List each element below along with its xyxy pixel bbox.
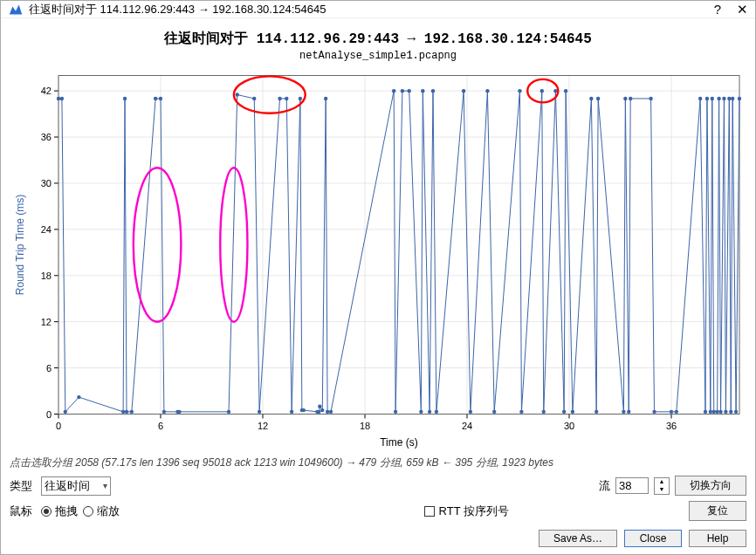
svg-point-113 xyxy=(704,410,707,414)
svg-point-56 xyxy=(125,410,128,414)
svg-point-101 xyxy=(589,97,593,100)
svg-text:18: 18 xyxy=(41,271,52,281)
bottom-panel: 点击选取分组 2058 (57.17s len 1396 seq 95018 a… xyxy=(1,452,755,554)
chart-area: 往返时间对于 114.112.96.29:443 → 192.168.30.12… xyxy=(1,18,755,452)
svg-point-92 xyxy=(492,410,496,414)
svg-text:6: 6 xyxy=(158,421,163,431)
type-select[interactable]: 往返时间 ▾ xyxy=(41,476,111,496)
svg-point-104 xyxy=(622,410,625,414)
svg-point-77 xyxy=(324,97,327,100)
svg-point-67 xyxy=(278,97,281,100)
svg-point-59 xyxy=(159,97,162,100)
svg-text:36: 36 xyxy=(41,132,52,142)
stream-input[interactable]: 38 xyxy=(615,477,649,494)
mouse-label: 鼠标 xyxy=(10,504,36,519)
help-button[interactable]: ? xyxy=(714,2,721,17)
save-as-button[interactable]: Save As… xyxy=(539,530,617,547)
close-button[interactable]: ✕ xyxy=(737,2,748,17)
svg-point-90 xyxy=(469,410,472,414)
spin-down-icon[interactable]: ▼ xyxy=(655,486,669,494)
window-root: 往返时间对于 114.112.96.29:443 → 192.168.30.12… xyxy=(0,0,756,555)
svg-point-119 xyxy=(717,97,720,100)
svg-point-78 xyxy=(326,410,329,414)
svg-point-75 xyxy=(318,404,321,408)
svg-text:42: 42 xyxy=(41,86,52,96)
svg-point-85 xyxy=(421,89,424,92)
svg-point-82 xyxy=(401,89,404,92)
svg-point-58 xyxy=(154,97,157,100)
svg-point-76 xyxy=(320,408,324,412)
chevron-down-icon: ▾ xyxy=(103,481,107,490)
svg-point-87 xyxy=(431,89,435,92)
svg-point-130 xyxy=(134,168,182,321)
svg-text:30: 30 xyxy=(564,421,574,431)
svg-point-83 xyxy=(408,89,411,92)
svg-point-108 xyxy=(649,97,652,100)
svg-point-98 xyxy=(562,410,566,414)
svg-point-107 xyxy=(629,97,632,100)
svg-point-52 xyxy=(64,410,67,414)
svg-text:30: 30 xyxy=(41,178,52,188)
svg-point-120 xyxy=(718,410,722,414)
svg-point-68 xyxy=(285,97,288,100)
svg-point-89 xyxy=(462,89,465,92)
svg-point-110 xyxy=(670,410,673,414)
svg-text:Round Trip Time (ms): Round Trip Time (ms) xyxy=(14,195,26,295)
spin-up-icon[interactable]: ▲ xyxy=(655,478,669,486)
svg-point-69 xyxy=(290,410,293,414)
svg-text:24: 24 xyxy=(462,421,472,431)
svg-text:36: 36 xyxy=(666,421,677,431)
svg-text:12: 12 xyxy=(41,317,52,327)
window-title: 往返时间对于 114.112.96.29:443 → 192.168.30.12… xyxy=(29,2,714,17)
svg-text:0: 0 xyxy=(56,421,61,431)
svg-point-60 xyxy=(162,410,166,414)
svg-point-72 xyxy=(302,408,306,412)
svg-point-88 xyxy=(435,410,438,414)
svg-point-70 xyxy=(299,97,302,100)
stream-label: 流 xyxy=(599,478,610,494)
svg-text:18: 18 xyxy=(360,421,370,431)
radio-zoom-label: 缩放 xyxy=(97,504,120,519)
svg-point-114 xyxy=(705,97,709,100)
svg-point-84 xyxy=(419,410,423,414)
svg-point-50 xyxy=(57,97,60,100)
svg-point-102 xyxy=(594,410,598,414)
rtt-seq-label: RTT 按序列号 xyxy=(439,504,509,519)
svg-point-96 xyxy=(542,410,546,414)
svg-point-125 xyxy=(731,97,734,100)
radio-drag[interactable]: 拖拽 xyxy=(41,504,78,519)
svg-point-53 xyxy=(77,395,80,399)
rtt-seq-checkbox[interactable] xyxy=(424,506,435,517)
svg-point-100 xyxy=(571,410,574,414)
svg-point-65 xyxy=(252,97,256,100)
close-dialog-button[interactable]: Close xyxy=(624,530,682,547)
svg-text:12: 12 xyxy=(258,421,268,431)
svg-text:netAnalyse_simple1.pcapng: netAnalyse_simple1.pcapng xyxy=(299,50,457,62)
svg-point-103 xyxy=(596,97,600,100)
titlebar: 往返时间对于 114.112.96.29:443 → 192.168.30.12… xyxy=(1,1,755,18)
svg-point-118 xyxy=(715,410,718,414)
svg-point-80 xyxy=(392,89,395,92)
svg-text:往返时间对于 114.112.96.29:443 → 192: 往返时间对于 114.112.96.29:443 → 192.168.30.12… xyxy=(163,31,592,47)
svg-point-126 xyxy=(734,410,738,414)
svg-point-54 xyxy=(121,410,125,414)
stream-spinner[interactable]: ▲ ▼ xyxy=(654,477,670,495)
svg-point-105 xyxy=(623,97,627,100)
svg-point-66 xyxy=(258,410,261,414)
svg-point-127 xyxy=(738,97,741,100)
svg-point-106 xyxy=(627,410,630,414)
svg-point-116 xyxy=(711,97,714,100)
rtt-chart[interactable]: 往返时间对于 114.112.96.29:443 → 192.168.30.12… xyxy=(8,22,748,450)
svg-point-128 xyxy=(234,76,306,113)
svg-point-55 xyxy=(123,97,127,100)
switch-direction-button[interactable]: 切换方向 xyxy=(675,476,746,496)
svg-point-79 xyxy=(329,410,333,414)
help-dialog-button[interactable]: Help xyxy=(689,530,746,547)
svg-text:0: 0 xyxy=(46,409,52,420)
svg-point-57 xyxy=(130,410,134,414)
svg-point-64 xyxy=(236,92,239,96)
svg-point-117 xyxy=(712,410,716,414)
svg-point-94 xyxy=(519,410,523,414)
radio-zoom[interactable]: 缩放 xyxy=(83,504,120,519)
reset-button[interactable]: 复位 xyxy=(689,501,746,521)
